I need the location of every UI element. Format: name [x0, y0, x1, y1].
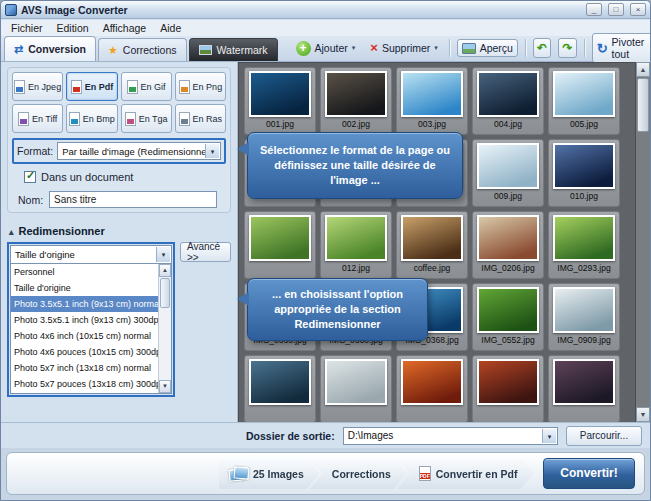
format-group: En JpegEn PdfEn GifEn PngEn TiffEn BmpEn…: [7, 67, 231, 213]
preview-button[interactable]: Aperçu: [457, 39, 518, 57]
format-button-en-tga[interactable]: En Tga: [121, 104, 172, 133]
format-select-value: Par taille d'image (Redimensionner): [62, 146, 213, 157]
thumbnail-cell[interactable]: [548, 355, 620, 422]
thumbnail-cell[interactable]: IMG_0909.jpg: [548, 283, 620, 351]
add-button[interactable]: Ajouter: [292, 39, 360, 58]
format-button-en-png[interactable]: En Png: [175, 72, 226, 101]
resize-option[interactable]: Photo 3.5x5.1 inch (9x13 cm) normal: [11, 296, 158, 312]
menu-item-affichage[interactable]: Affichage: [96, 21, 154, 35]
thumbnail-cell[interactable]: [396, 355, 468, 422]
resize-option[interactable]: Personnel: [11, 264, 158, 280]
resize-option[interactable]: Photo 5x7 pouces (13x18 cm) 300dpi: [11, 376, 158, 392]
resize-option[interactable]: Photo 3.5x5.1 inch (9x13 cm) 300dpi: [11, 312, 158, 328]
format-button-en-bmp[interactable]: En Bmp: [66, 104, 117, 133]
maximize-button[interactable]: □: [608, 3, 624, 16]
tab-label: Watermark: [217, 44, 268, 56]
format-button-en-ras[interactable]: En Ras: [175, 104, 226, 133]
thumbnail-cell[interactable]: 005.jpg: [548, 67, 620, 135]
scroll-up-icon[interactable]: [636, 62, 650, 77]
steps-panel: 25 ImagesCorrectionsConvertir en Pdf Con…: [6, 452, 645, 495]
resize-option[interactable]: Photo 4x6 pouces (10x15 cm) 300dpi: [11, 344, 158, 360]
thumbnail-cell[interactable]: 002.jpg: [320, 67, 392, 135]
gallery-scrollbar-thumb[interactable]: [637, 78, 649, 132]
menu-item-fichier[interactable]: Fichier: [4, 21, 50, 35]
thumbnail-cell[interactable]: 003.jpg: [396, 67, 468, 135]
resize-option[interactable]: Photo 4x6 inch (10x15 cm) normal: [11, 328, 158, 344]
file-type-icon: [179, 112, 190, 126]
format-buttons: En JpegEn PdfEn GifEn PngEn TiffEn BmpEn…: [12, 72, 226, 133]
thumbnail-cell[interactable]: coffee.jpg: [396, 211, 468, 279]
thumbnail-cell[interactable]: 010.jpg: [548, 139, 620, 207]
list-scrollbar-thumb[interactable]: [160, 278, 170, 308]
thumbnail-cell[interactable]: [320, 355, 392, 422]
scroll-down-icon[interactable]: [159, 380, 171, 393]
undo-icon: ↶: [537, 41, 547, 55]
callout-resize-tip: ... en choisissant l'option appropriée d…: [247, 278, 428, 341]
tab-corrections[interactable]: ★Corrections: [98, 38, 187, 61]
resize-section-header[interactable]: Redimensionner: [9, 225, 231, 237]
scroll-up-icon[interactable]: [159, 264, 171, 277]
close-button[interactable]: ×: [630, 3, 646, 16]
thumbnail-cell[interactable]: IMG_0293.jpg: [548, 211, 620, 279]
format-button-en-tiff[interactable]: En Tiff: [12, 104, 63, 133]
resize-option[interactable]: Taille d'origine: [11, 280, 158, 296]
chevron-down-icon[interactable]: [156, 247, 170, 262]
callout-format-tip: Sélectionnez le format de la page ou déf…: [247, 132, 463, 199]
remove-button[interactable]: Supprimer: [366, 40, 442, 56]
tab-label: Conversion: [28, 43, 86, 55]
resize-header-label: Redimensionner: [19, 225, 105, 237]
menu-item-aide[interactable]: Aide: [153, 21, 188, 35]
file-type-color: [71, 119, 78, 124]
toolbar: Ajouter Supprimer Aperçu ↶ ↷ ↻: [292, 33, 651, 63]
scroll-down-icon[interactable]: [636, 407, 650, 422]
format-button-en-gif[interactable]: En Gif: [121, 72, 172, 101]
thumbnail-cell[interactable]: [244, 211, 316, 279]
format-select[interactable]: Par taille d'image (Redimensionner): [57, 142, 221, 160]
gallery-scrollbar[interactable]: [635, 62, 650, 422]
minimize-button[interactable]: _: [586, 3, 602, 16]
rotate-all-button[interactable]: ↻ Pivoter tout: [592, 33, 651, 63]
convert-button[interactable]: Convertir!: [543, 458, 635, 489]
app-window: AVS Image Converter _ □ × FichierEdition…: [0, 0, 651, 501]
thumbnail-cell[interactable]: IMG_0206.jpg: [472, 211, 544, 279]
list-scrollbar[interactable]: [158, 264, 171, 393]
browse-button[interactable]: Parcourir...: [566, 426, 642, 446]
format-button-en-jpeg[interactable]: En Jpeg: [12, 72, 63, 101]
thumbnail-cell[interactable]: IMG_0552.jpg: [472, 283, 544, 351]
menu-item-edition[interactable]: Edition: [50, 21, 96, 35]
step-25-images[interactable]: 25 Images: [219, 458, 320, 489]
chevron-down-icon[interactable]: [434, 44, 438, 52]
window-title: AVS Image Converter: [21, 4, 580, 16]
tab-conversion[interactable]: ⇄Conversion: [4, 36, 96, 61]
output-folder-combo[interactable]: D:\Images: [343, 427, 558, 445]
undo-button[interactable]: ↶: [533, 38, 552, 58]
step-corrections[interactable]: Corrections: [310, 458, 407, 489]
format-button-label: En Png: [193, 82, 223, 92]
tab-label: Corrections: [123, 44, 177, 56]
thumbnail-cell[interactable]: 009.jpg: [472, 139, 544, 207]
format-button-label: En Ras: [193, 114, 223, 124]
in-document-checkbox[interactable]: [24, 171, 36, 183]
thumbnail-cell[interactable]: [472, 355, 544, 422]
name-input[interactable]: Sans titre: [49, 191, 217, 208]
advanced-button[interactable]: Avancé >>: [180, 242, 231, 262]
resize-option[interactable]: Photo 5x7 inch (13x18 cm) normal: [11, 360, 158, 376]
tab-bar: ⇄Conversion★CorrectionsWatermark: [4, 36, 280, 61]
tab-watermark[interactable]: Watermark: [189, 38, 278, 61]
thumbnail-cell[interactable]: [244, 355, 316, 422]
chevron-down-icon[interactable]: [352, 44, 356, 52]
chevron-down-icon[interactable]: [205, 144, 219, 158]
format-button-en-pdf[interactable]: En Pdf: [66, 72, 117, 101]
thumbnail-image: [553, 215, 615, 261]
pdf-icon: [419, 466, 431, 481]
thumbnail-image: [249, 359, 311, 405]
step-convertir-en-pdf[interactable]: Convertir en Pdf: [397, 458, 534, 489]
resize-preset-select[interactable]: Taille d'origine: [10, 245, 172, 264]
file-type-icon: [69, 112, 80, 126]
thumbnail-cell[interactable]: 001.jpg: [244, 67, 316, 135]
thumbnail-cell[interactable]: 004.jpg: [472, 67, 544, 135]
thumbnail-cell[interactable]: 012.jpg: [320, 211, 392, 279]
redo-button[interactable]: ↷: [558, 38, 577, 58]
resize-options-list: PersonnelTaille d'originePhoto 3.5x5.1 i…: [10, 264, 172, 394]
chevron-down-icon[interactable]: [542, 429, 556, 443]
